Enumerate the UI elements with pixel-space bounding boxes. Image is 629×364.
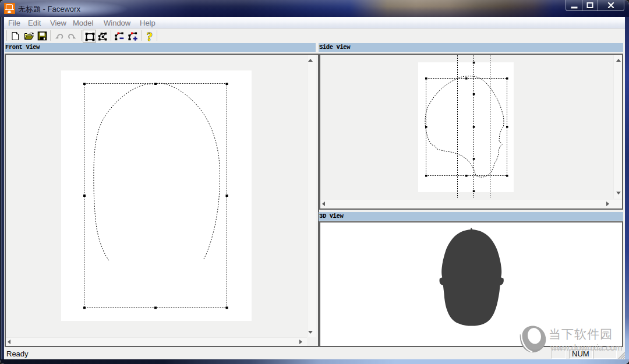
svg-text:?: ?: [147, 30, 153, 43]
